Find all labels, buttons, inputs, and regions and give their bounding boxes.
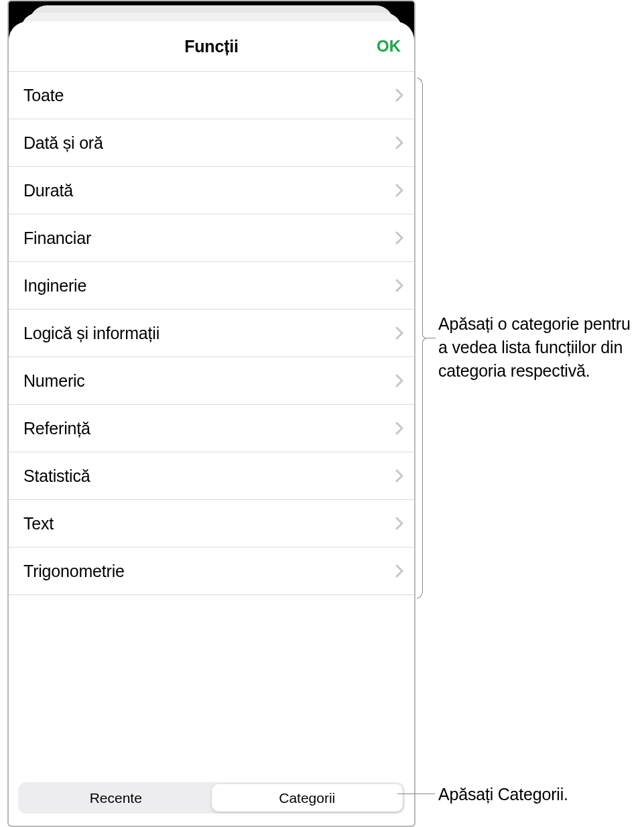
ok-button[interactable]: OK xyxy=(377,37,401,56)
category-row-financiar[interactable]: Financiar xyxy=(9,214,414,262)
category-row-statistica[interactable]: Statistică xyxy=(9,452,414,500)
category-row-data-si-ora[interactable]: Dată și oră xyxy=(9,119,414,167)
chevron-right-icon xyxy=(394,277,405,294)
chevron-right-icon xyxy=(394,135,405,151)
category-row-logica[interactable]: Logică și informații xyxy=(9,310,414,357)
segment-label: Recente xyxy=(90,790,142,806)
callout-segmented: Apăsați Categorii. xyxy=(438,783,639,806)
category-row-inginerie[interactable]: Inginerie xyxy=(9,262,414,310)
category-row-label: Referință xyxy=(23,419,394,438)
chevron-right-icon xyxy=(394,563,405,579)
category-row-label: Toate xyxy=(23,86,394,105)
panel-title: Funcții xyxy=(184,37,239,56)
chevron-right-icon xyxy=(394,420,405,436)
segment-label: Categorii xyxy=(279,790,335,806)
category-row-label: Trigonometrie xyxy=(23,562,394,581)
functions-panel-container: Funcții OK Toate Dată și oră Durată Fina… xyxy=(7,0,415,827)
category-row-text[interactable]: Text xyxy=(9,500,414,548)
category-row-label: Numeric xyxy=(23,371,394,391)
segmented-control: Recente Categorii xyxy=(18,782,405,814)
chevron-right-icon xyxy=(394,87,405,103)
panel-header: Funcții OK xyxy=(9,21,414,71)
chevron-right-icon xyxy=(394,515,405,531)
category-row-label: Inginerie xyxy=(23,276,394,296)
chevron-right-icon xyxy=(394,230,405,246)
category-row-label: Dată și oră xyxy=(23,133,394,153)
callout-bracket xyxy=(417,78,426,598)
chevron-right-icon xyxy=(394,468,405,484)
chevron-right-icon xyxy=(394,325,405,341)
category-row-durata[interactable]: Durată xyxy=(9,167,414,214)
category-row-trigonometrie[interactable]: Trigonometrie xyxy=(9,548,414,595)
category-row-label: Text xyxy=(23,514,394,533)
category-row-label: Logică și informații xyxy=(23,324,394,343)
callout-leader xyxy=(426,338,436,338)
chevron-right-icon xyxy=(394,373,405,389)
category-list: Toate Dată și oră Durată Financiar Ingin… xyxy=(9,71,414,595)
category-row-label: Statistică xyxy=(23,466,394,486)
segment-categorii[interactable]: Categorii xyxy=(212,784,403,812)
category-row-toate[interactable]: Toate xyxy=(9,72,414,119)
category-row-referinta[interactable]: Referință xyxy=(9,405,414,452)
category-row-label: Financiar xyxy=(23,229,394,248)
chevron-right-icon xyxy=(394,182,405,198)
functions-panel: Funcții OK Toate Dată și oră Durată Fina… xyxy=(9,21,414,826)
callout-leader xyxy=(397,793,435,794)
callout-list: Apăsați o categorie pentru a vedea lista… xyxy=(438,312,639,383)
segment-recente[interactable]: Recente xyxy=(20,784,212,812)
category-row-numeric[interactable]: Numeric xyxy=(9,357,414,405)
category-row-label: Durată xyxy=(23,181,394,200)
